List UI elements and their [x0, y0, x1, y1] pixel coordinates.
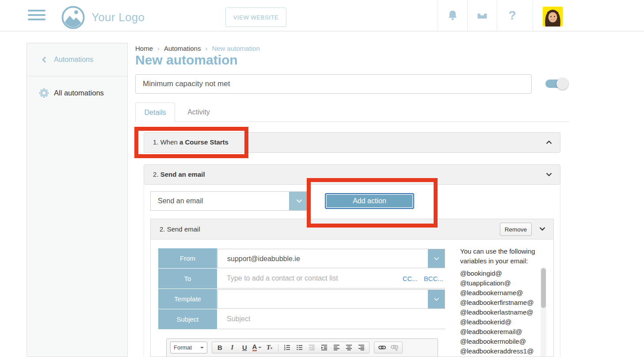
email-step-panel: 2. Send email Remove From support@ideabu… — [150, 219, 554, 357]
action-step-prefix: 2. — [153, 171, 160, 178]
action-type-value: Send an email — [158, 192, 203, 210]
logo[interactable]: Your Logo — [61, 5, 145, 30]
automations-icon — [39, 88, 49, 98]
user-avatar[interactable] — [543, 7, 563, 27]
variables-list: @bookingid@ @tuapplication@ @leadbookern… — [460, 269, 535, 357]
template-label: Template — [158, 289, 217, 309]
email-step-title: 2. Send email — [160, 219, 200, 239]
automation-enabled-toggle[interactable] — [545, 79, 568, 89]
link-group — [374, 342, 403, 353]
menu-button[interactable] — [28, 10, 46, 22]
tab-activity[interactable]: Activity — [175, 103, 222, 122]
from-label: From — [158, 248, 217, 268]
align-center-button[interactable] — [343, 342, 355, 353]
remove-step-button[interactable]: Remove — [500, 223, 532, 236]
trigger-step-prefix: 1. When — [153, 138, 179, 146]
logo-text: Your Logo — [91, 11, 145, 24]
header-divider — [497, 0, 497, 31]
help-icon: ? — [508, 8, 516, 23]
variable-item: @bookingid@ — [460, 269, 535, 278]
chevron-up-icon — [546, 140, 552, 144]
ordered-list-button[interactable] — [281, 342, 293, 353]
align-left-button[interactable] — [331, 342, 343, 353]
remove-format-button[interactable]: Tx — [263, 342, 275, 353]
header-divider — [533, 0, 533, 31]
bold-button[interactable]: B — [214, 342, 226, 353]
align-right-button[interactable] — [355, 342, 367, 353]
select-chevron — [289, 192, 309, 210]
cc-link[interactable]: CC... — [403, 275, 418, 282]
variable-item: @leadbookerlastname@ — [460, 308, 535, 317]
link-button[interactable] — [376, 342, 388, 353]
logo-icon — [61, 5, 85, 30]
variable-item: @tuapplication@ — [460, 278, 535, 288]
bell-icon — [447, 10, 458, 21]
view-website-button[interactable]: VIEW WEBSITE — [225, 8, 286, 27]
breadcrumb-home[interactable]: Home — [135, 45, 153, 52]
chevron-down-icon — [258, 347, 262, 348]
bcc-link[interactable]: BCC... — [424, 275, 443, 282]
from-select[interactable]: support@ideabubble.ie — [217, 249, 445, 268]
subject-label: Subject — [158, 309, 217, 329]
sidebar-item-label: All automations — [54, 89, 104, 97]
breadcrumb-current: New automation — [212, 45, 259, 52]
action-step-title: Send an email — [160, 171, 205, 178]
from-value: support@ideabubble.ie — [227, 249, 300, 268]
sidebar-item-all-automations[interactable]: All automations — [27, 84, 127, 103]
format-select-value: Format — [174, 344, 192, 351]
template-select[interactable] — [217, 289, 445, 309]
variable-item: @leadbookermobile@ — [460, 337, 535, 346]
automation-name-input[interactable] — [135, 74, 532, 94]
email-step-header[interactable]: 2. Send email Remove — [151, 219, 553, 239]
toggle-knob — [556, 78, 568, 90]
email-body-editor-toolbar: Format B I U A Tx — [166, 338, 438, 357]
to-label: To — [158, 269, 217, 289]
header-divider — [438, 0, 438, 31]
action-accordion-header[interactable]: 2. Send an email — [144, 164, 560, 185]
variable-item: @leadbookeremail@ — [460, 327, 535, 337]
action-type-select[interactable]: Send an email — [150, 191, 309, 211]
breadcrumb: Home›Automations›New automation — [135, 45, 260, 52]
header-divider — [467, 0, 468, 31]
breadcrumb-separator: › — [205, 45, 207, 52]
text-style-group: B I U A Tx — [212, 342, 370, 353]
add-action-button[interactable]: Add action — [325, 193, 414, 209]
notifications-button[interactable] — [443, 0, 462, 31]
chevron-left-icon — [42, 56, 46, 63]
variable-item: @leadbookername@ — [460, 288, 535, 298]
select-chevron — [428, 249, 445, 268]
variables-scrollbar-thumb[interactable] — [541, 268, 546, 308]
help-button[interactable]: ? — [503, 0, 522, 31]
format-select[interactable]: Format — [170, 342, 207, 353]
italic-button[interactable]: I — [226, 342, 238, 353]
chevron-down-icon[interactable] — [539, 227, 545, 231]
top-header: Your Logo VIEW WEBSITE ? — [0, 0, 644, 31]
variables-intro: You can use the following variables in y… — [460, 247, 540, 266]
sidebar: Automations All automations — [27, 43, 128, 357]
chevron-down-icon — [546, 172, 552, 177]
subject-input[interactable] — [217, 315, 445, 323]
underline-button[interactable]: U — [239, 342, 251, 353]
trigger-accordion-header[interactable]: 1. When a Course Starts — [144, 132, 560, 153]
indent-button[interactable] — [318, 342, 330, 353]
trigger-step-title: a Course Starts — [179, 138, 229, 146]
outdent-button[interactable] — [306, 342, 318, 353]
subject-field — [217, 309, 445, 329]
sidebar-back-label: Automations — [54, 56, 93, 64]
text-color-button[interactable]: A — [251, 342, 263, 353]
select-chevron — [428, 290, 445, 308]
breadcrumb-separator: › — [157, 45, 160, 52]
inbox-icon — [476, 9, 488, 22]
tab-details[interactable]: Details — [135, 103, 175, 122]
variable-item: @leadbookerid@ — [460, 317, 535, 327]
inbox-button[interactable] — [473, 0, 492, 31]
to-input[interactable] — [217, 274, 403, 282]
variables-scrollbar[interactable] — [541, 267, 546, 357]
page-title: New automation — [135, 53, 238, 68]
breadcrumb-automations[interactable]: Automations — [164, 45, 201, 52]
sidebar-back-automations[interactable]: Automations — [27, 43, 127, 76]
unlink-button[interactable] — [389, 342, 400, 353]
avatar-image — [543, 7, 563, 27]
bullet-list-button[interactable] — [293, 342, 305, 353]
hamburger-icon — [28, 10, 46, 11]
